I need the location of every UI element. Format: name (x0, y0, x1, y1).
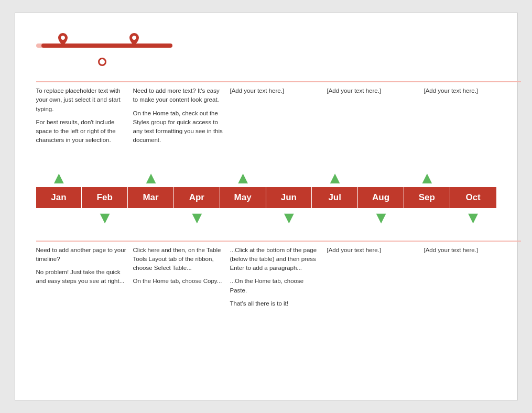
arrow-top-cell-1 (82, 165, 128, 186)
month-cell-oct: Oct (450, 187, 496, 208)
arrow-up-icon: ▲ (143, 169, 159, 186)
arrow-bottom-cell-8 (404, 209, 450, 230)
text-paragraph: To replace placeholder text with your ow… (36, 86, 127, 114)
page: To replace placeholder text with your ow… (15, 13, 518, 400)
arrow-top-cell-3 (174, 165, 220, 186)
arrow-bottom-cell-4 (220, 209, 266, 230)
month-bar-row: JanFebMarAprMayJunJulAugSepOct (36, 187, 496, 208)
text-paragraph: [Add your text here.] (424, 86, 515, 95)
top-text-col-3: [Add your text here.] (327, 81, 424, 149)
bottom-text-col-4: [Add your text here.] (424, 241, 521, 313)
arrow-bottom-cell-5: ▼ (266, 209, 312, 230)
text-paragraph: [Add your text here.] (327, 246, 418, 255)
arrow-top-cell-9 (450, 165, 496, 186)
arrow-bottom-cell-3: ▼ (174, 209, 220, 230)
month-cell-feb: Feb (82, 187, 128, 208)
arrow-bottom-cell-0 (36, 209, 82, 230)
text-paragraph: ...On the Home tab, choose Paste. (230, 277, 321, 295)
top-text-col-1: Need to add more text? It's easy to make… (133, 81, 230, 149)
arrow-row-bottom: ▼▼▼▼▼ (36, 209, 496, 230)
month-cell-aug: Aug (358, 187, 404, 208)
arrow-top-cell-7 (358, 165, 404, 186)
top-text-section: To replace placeholder text with your ow… (36, 81, 496, 149)
arrow-top-cell-5 (266, 165, 312, 186)
header-section (36, 29, 496, 71)
month-cell-apr: Apr (174, 187, 220, 208)
text-paragraph: On the Home tab, check out the Styles gr… (133, 109, 224, 145)
arrow-down-icon: ▼ (96, 209, 113, 226)
arrow-bottom-cell-9: ▼ (450, 209, 496, 230)
arrow-row-top: ▲▲▲▲▲ (36, 165, 496, 186)
arrow-top-cell-6: ▲ (312, 165, 358, 186)
arrow-up-icon: ▲ (51, 169, 68, 186)
arrow-top-cell-0: ▲ (36, 165, 82, 186)
arrow-top-cell-8: ▲ (404, 165, 450, 186)
month-cell-mar: Mar (128, 187, 174, 208)
arrow-up-icon: ▲ (327, 169, 343, 186)
text-paragraph: Click here and then, on the Table Tools … (133, 246, 224, 273)
text-paragraph: No problem! Just take the quick and easy… (36, 268, 127, 286)
month-cell-sep: Sep (404, 187, 450, 208)
timeline-marker-1 (58, 33, 68, 46)
timeline-graphic (36, 29, 172, 71)
timeline-drop-marker (98, 58, 106, 66)
bottom-text-col-3: [Add your text here.] (327, 241, 424, 313)
top-text-col-2: [Add your text here.] (230, 81, 327, 149)
month-cell-jan: Jan (36, 187, 82, 208)
arrow-bottom-cell-7: ▼ (358, 209, 404, 230)
arrow-up-icon: ▲ (235, 169, 252, 186)
top-text-col-0: To replace placeholder text with your ow… (36, 81, 133, 149)
bottom-text-col-2: ...Click at the bottom of the page (belo… (230, 241, 327, 313)
month-cell-may: May (220, 187, 266, 208)
text-paragraph: [Add your text here.] (327, 86, 418, 95)
arrow-top-cell-4: ▲ (220, 165, 266, 186)
month-cell-jun: Jun (266, 187, 312, 208)
text-paragraph: For best results, don't include space to… (36, 118, 127, 145)
month-cell-jul: Jul (312, 187, 358, 208)
arrow-bottom-cell-6 (312, 209, 358, 230)
text-paragraph: Need to add more text? It's easy to make… (133, 86, 224, 105)
arrow-up-icon: ▲ (419, 169, 436, 186)
text-paragraph: On the Home tab, choose Copy... (133, 277, 224, 286)
bottom-text-col-0: Need to add another page to your timelin… (36, 241, 133, 313)
text-paragraph: ...Click at the bottom of the page (belo… (230, 246, 321, 273)
arrow-bottom-cell-2 (128, 209, 174, 230)
arrow-down-icon: ▼ (465, 209, 482, 226)
arrow-down-icon: ▼ (373, 209, 389, 226)
bottom-text-section: Need to add another page to your timelin… (36, 241, 496, 313)
arrow-down-icon: ▼ (281, 209, 298, 226)
text-paragraph: [Add your text here.] (424, 246, 515, 255)
timeline-section: ▲▲▲▲▲ JanFebMarAprMayJunJulAugSepOct ▼▼▼… (36, 165, 496, 230)
arrow-top-cell-2: ▲ (128, 165, 174, 186)
arrow-bottom-cell-1: ▼ (82, 209, 128, 230)
text-paragraph: [Add your text here.] (230, 86, 321, 95)
text-paragraph: That's all there is to it! (230, 299, 321, 308)
timeline-marker-2 (129, 33, 139, 46)
arrow-down-icon: ▼ (189, 209, 205, 226)
text-paragraph: Need to add another page to your timelin… (36, 246, 127, 264)
top-text-col-4: [Add your text here.] (424, 81, 521, 149)
bottom-text-col-1: Click here and then, on the Table Tools … (133, 241, 230, 313)
